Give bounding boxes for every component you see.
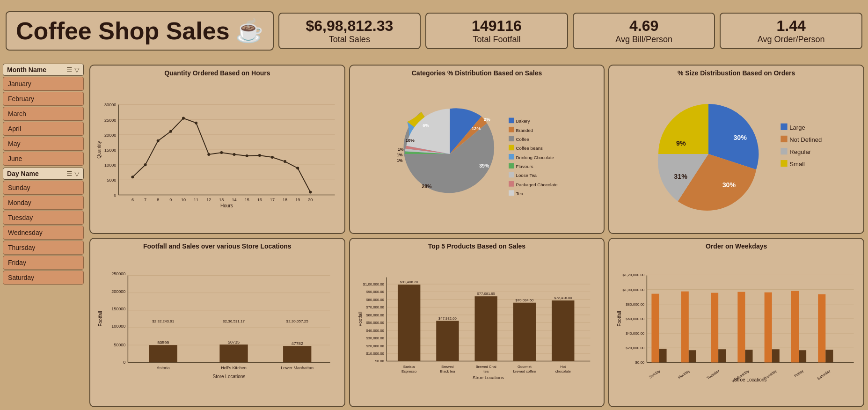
top5-products-area: $0.00 $10,000.00 $20,000.00 $30,000.00 $… [355,252,599,403]
month-sort-icon[interactable]: ☰ [66,66,73,73]
svg-text:Coffee beans: Coffee beans [516,146,542,151]
quantity-hours-chart: Quantity Ordered Based on Hours 0 [89,65,345,234]
svg-text:12%: 12% [471,126,481,131]
svg-text:6: 6 [131,198,134,202]
app-title: Coffee Shop Sales [16,17,230,45]
svg-text:$60,000.00: $60,000.00 [626,317,645,321]
categories-sales-title: Categories % Distribution Based on Sales [355,69,599,77]
kpi-total-sales: $6,98,812.33 Total Sales [278,13,421,49]
svg-rect-140 [436,321,459,361]
svg-text:$91,406.20: $91,406.20 [400,280,418,284]
svg-rect-178 [689,350,696,362]
month-item-march[interactable]: March [3,107,84,121]
month-item-february[interactable]: February [3,92,84,106]
svg-text:1%: 1% [397,153,403,157]
top5-products-title: Top 5 Products Based on Sales [355,242,599,250]
svg-text:200000: 200000 [111,289,125,294]
svg-text:Stroe Locations: Stroe Locations [473,375,504,380]
svg-text:13: 13 [219,198,224,202]
svg-point-46 [296,167,299,169]
footfall-stores-svg: 0 50000 100000 150000 200000 250000 Foot… [95,252,340,403]
svg-text:8: 8 [157,198,159,202]
sidebar: Month Name ☰ ▽ January February March Ap… [0,62,87,410]
svg-text:Loose Tea: Loose Tea [516,173,537,178]
day-item-monday[interactable]: Monday [3,196,84,210]
quantity-hours-svg: 0 5000 10000 15000 20000 25000 30000 Qua… [95,79,340,229]
svg-text:16: 16 [257,198,262,202]
svg-text:6%: 6% [423,123,429,128]
avg-bill-value: 4.69 [629,17,658,35]
svg-text:10%: 10% [405,138,415,143]
svg-text:Brewed Chai: Brewed Chai [475,365,496,369]
svg-text:$60,000.00: $60,000.00 [366,313,384,317]
svg-text:20: 20 [308,198,313,202]
svg-text:30%: 30% [734,134,747,141]
svg-text:Lower Manhattan: Lower Manhattan [281,366,314,370]
svg-text:0: 0 [114,193,116,198]
quantity-hours-title: Quantity Ordered Based on Hours [95,69,340,77]
svg-text:tea: tea [483,369,489,373]
day-item-sunday[interactable]: Sunday [3,181,84,195]
svg-point-41 [233,153,235,156]
svg-text:100000: 100000 [111,324,125,329]
svg-point-40 [220,151,223,154]
categories-sales-chart: Categories % Distribution Based on Sales [349,65,605,234]
svg-text:31%: 31% [674,173,688,180]
svg-text:$77,081.95: $77,081.95 [477,292,495,296]
svg-rect-61 [509,136,514,141]
day-filter-icon[interactable]: ▽ [74,170,80,177]
svg-text:12: 12 [206,198,211,202]
day-sort-icon[interactable]: ☰ [66,170,73,177]
day-item-thursday[interactable]: Thursday [3,241,84,255]
svg-text:Friday: Friday [794,369,804,378]
svg-text:Hot: Hot [560,365,566,369]
day-item-wednesday[interactable]: Wednesday [3,226,84,240]
day-item-friday[interactable]: Friday [3,256,84,270]
day-item-tuesday[interactable]: Tuesday [3,211,84,225]
month-item-june[interactable]: June [3,152,84,166]
month-item-may[interactable]: May [3,137,84,151]
total-sales-value: $6,98,812.33 [306,17,393,35]
month-filter-header[interactable]: Month Name ☰ ▽ [3,64,84,76]
kpi-avg-bill: 4.69 Avg Bill/Person [573,13,715,49]
svg-text:$30,000.00: $30,000.00 [366,336,384,340]
total-sales-label: Total Sales [329,35,370,44]
svg-rect-183 [765,293,772,363]
svg-rect-186 [799,350,806,362]
svg-text:Flavours: Flavours [516,164,533,169]
total-footfall-value: 149116 [472,17,522,35]
month-item-january[interactable]: January [3,77,84,91]
svg-rect-63 [509,145,514,151]
month-item-april[interactable]: April [3,122,84,136]
svg-rect-175 [652,294,659,363]
day-item-saturday[interactable]: Saturday [3,271,84,285]
svg-text:Coffee: Coffee [516,137,529,142]
svg-text:$10,000.00: $10,000.00 [366,351,384,356]
svg-text:$70,000.00: $70,000.00 [366,305,384,309]
month-filter-section: Month Name ☰ ▽ January February March Ap… [3,64,84,166]
svg-rect-107 [283,346,311,362]
month-filter-icon[interactable]: ▽ [74,66,80,73]
svg-text:Brewed: Brewed [441,365,453,369]
day-filter-header[interactable]: Day Name ☰ ▽ [3,168,84,180]
svg-text:$1,00,000.00: $1,00,000.00 [363,282,384,286]
svg-text:50599: 50599 [157,340,169,345]
svg-text:17: 17 [270,198,275,202]
kpi-avg-order: 1.44 Avg Order/Person [720,13,862,49]
avg-order-value: 1.44 [777,17,806,35]
footfall-stores-chart: Footfall and Sales over various Store Lo… [89,238,345,407]
svg-rect-85 [781,160,788,167]
categories-sales-area: 12% 2% 39% 6% 10% 1% 1% 1% 28% Bakery Br… [355,79,599,229]
svg-text:10: 10 [181,198,186,202]
svg-text:Footfall: Footfall [357,312,362,327]
svg-text:Barista: Barista [403,365,415,369]
svg-text:50000: 50000 [114,343,125,347]
svg-text:50735: 50735 [228,340,240,344]
svg-text:9: 9 [169,198,172,202]
svg-text:$20,000.00: $20,000.00 [626,346,645,350]
day-filter-label: Day Name [7,170,39,177]
quantity-hours-area: 0 5000 10000 15000 20000 25000 30000 Qua… [95,79,340,229]
svg-text:$2,36,511.17: $2,36,511.17 [223,319,245,323]
svg-text:Store Locations: Store Locations [213,374,246,379]
svg-point-47 [309,190,312,193]
